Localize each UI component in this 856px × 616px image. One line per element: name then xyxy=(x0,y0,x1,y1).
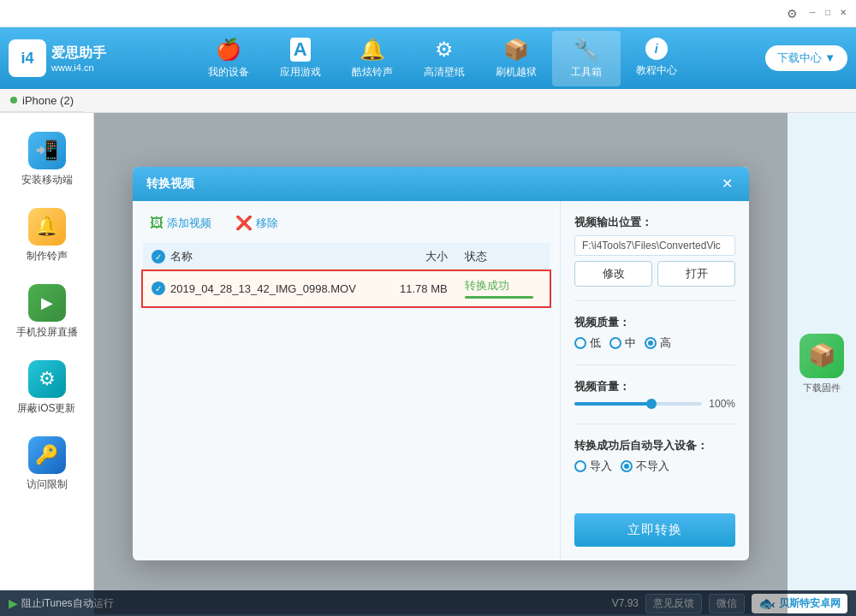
nav-jailbreak[interactable]: 📦 刷机越狱 xyxy=(480,31,552,86)
device-tab-label: iPhone (2) xyxy=(22,94,74,107)
wallpaper-icon: ⚙ xyxy=(435,38,454,62)
download-firmware-icon: 📦 xyxy=(800,334,844,378)
sidebar-item-block-update-label: 屏蔽iOS更新 xyxy=(17,401,75,416)
download-center-button[interactable]: 下载中心 ▼ xyxy=(765,45,847,71)
modal-overlay: 转换视频 ✕ 🖼 添加视频 ❌ xyxy=(94,113,788,614)
file-size: 11.78 MB xyxy=(400,282,448,295)
col-size-header: 大小 xyxy=(385,243,456,271)
row-check-icon[interactable]: ✓ xyxy=(152,281,165,295)
file-name: 2019_04_28_13_42_IMG_0998.MOV xyxy=(170,282,356,295)
video-quality-label: 视频质量： xyxy=(574,315,735,330)
nav-wallpaper[interactable]: ⚙ 高清壁纸 xyxy=(408,31,480,86)
header: i4 爱思助手 www.i4.cn 🍎 我的设备 A 应用游戏 🔔 酷炫铃声 ⚙… xyxy=(0,27,856,89)
sidebar-item-ringtone[interactable]: 🔔 制作铃声 xyxy=(0,198,93,274)
output-path-value: F:\i4Tools7\Files\ConvertedVic xyxy=(574,235,735,256)
content-area: 转换视频 ✕ 🖼 添加视频 ❌ xyxy=(94,113,788,614)
nav-tutorials[interactable]: i 教程中心 xyxy=(621,31,693,86)
table-row[interactable]: ✓ 2019_04_28_13_42_IMG_0998.MOV 11.78 MB xyxy=(143,271,550,306)
divider-1 xyxy=(574,300,735,301)
nav-bar: 🍎 我的设备 A 应用游戏 🔔 酷炫铃声 ⚙ 高清壁纸 📦 刷机越狱 🔧 工具箱… xyxy=(120,31,765,86)
modal-body: 🖼 添加视频 ❌ 移除 xyxy=(133,201,749,560)
add-video-button[interactable]: 🖼 添加视频 xyxy=(143,212,218,234)
nav-ringtones-label: 酷炫铃声 xyxy=(352,65,393,80)
modal-left-panel: 🖼 添加视频 ❌ 移除 xyxy=(133,201,561,560)
jailbreak-icon: 📦 xyxy=(503,38,529,62)
no-import-label: 不导入 xyxy=(636,459,669,474)
sidebar-item-install-app-label: 安装移动端 xyxy=(21,173,73,187)
nav-my-device[interactable]: 🍎 我的设备 xyxy=(193,31,265,86)
modal-toolbar: 🖼 添加视频 ❌ 移除 xyxy=(143,211,550,234)
file-size-cell: 11.78 MB xyxy=(385,271,456,306)
remove-icon: ❌ xyxy=(235,215,253,231)
install-app-icon: 📲 xyxy=(28,132,66,169)
nav-toolbox[interactable]: 🔧 工具箱 xyxy=(552,31,621,86)
maximize-button[interactable]: □ xyxy=(822,7,834,19)
screen-live-icon: ▶ xyxy=(28,284,66,322)
header-right: 下载中心 ▼ xyxy=(765,45,847,71)
convert-button[interactable]: 立即转换 xyxy=(574,513,735,547)
ringtone-icon: 🔔 xyxy=(28,208,66,246)
nav-app-games-label: 应用游戏 xyxy=(280,65,321,80)
volume-fill xyxy=(574,402,651,406)
open-path-button[interactable]: 打开 xyxy=(657,261,735,287)
col-name-label: 名称 xyxy=(170,249,193,264)
no-import-radio[interactable] xyxy=(621,460,633,472)
progress-fill xyxy=(465,296,533,299)
import-option[interactable]: 导入 xyxy=(574,459,612,474)
sidebar-item-screen-live-label: 手机投屏直播 xyxy=(16,325,78,340)
quality-high-radio[interactable] xyxy=(645,337,657,349)
quality-high-option[interactable]: 高 xyxy=(645,335,671,351)
auto-import-group: 转换成功后自动导入设备： 导入 不导入 xyxy=(574,438,735,474)
quality-low-option[interactable]: 低 xyxy=(574,335,601,351)
modal-title: 转换视频 xyxy=(146,176,194,192)
quality-low-radio[interactable] xyxy=(574,337,586,349)
auto-import-label: 转换成功后自动导入设备： xyxy=(574,438,735,453)
watermark-text: 贝斯特安卓网 xyxy=(779,596,841,611)
divider-2 xyxy=(574,364,735,365)
path-buttons: 修改 打开 xyxy=(574,261,735,287)
brand-site: www.i4.cn xyxy=(51,62,106,73)
no-import-option[interactable]: 不导入 xyxy=(621,459,669,474)
modify-path-button[interactable]: 修改 xyxy=(574,261,652,287)
logo-area: i4 爱思助手 www.i4.cn xyxy=(9,39,120,77)
nav-app-games[interactable]: A 应用游戏 xyxy=(265,31,336,86)
sidebar-item-screen-live[interactable]: ▶ 手机投屏直播 xyxy=(0,274,93,350)
col-size-label: 大小 xyxy=(425,250,448,263)
volume-slider[interactable] xyxy=(574,402,702,406)
modal-close-button[interactable]: ✕ xyxy=(718,175,735,192)
divider-3 xyxy=(574,424,735,424)
title-bar: ⚙ ─ □ ✕ xyxy=(0,0,856,27)
settings-icon[interactable]: ⚙ xyxy=(787,7,798,21)
device-tab[interactable]: iPhone (2) xyxy=(0,89,84,112)
sidebar-item-install-app[interactable]: 📲 安装移动端 xyxy=(0,121,93,198)
output-location-label: 视频输出位置： xyxy=(574,215,735,230)
header-check-icon[interactable]: ✓ xyxy=(152,250,165,264)
nav-toolbox-label: 工具箱 xyxy=(571,65,602,80)
progress-bar xyxy=(465,296,533,299)
quality-medium-option[interactable]: 中 xyxy=(609,335,636,351)
col-name-header: ✓ 名称 xyxy=(143,243,385,271)
file-table: ✓ 名称 大小 状态 xyxy=(143,243,550,306)
import-radio[interactable] xyxy=(574,460,586,472)
nav-ringtones[interactable]: 🔔 酷炫铃声 xyxy=(336,31,408,86)
device-status-indicator xyxy=(10,97,17,104)
remove-button[interactable]: ❌ 移除 xyxy=(229,211,285,234)
nav-wallpaper-label: 高清壁纸 xyxy=(424,65,465,80)
sidebar-item-access-limit[interactable]: 🔑 访问限制 xyxy=(0,426,93,502)
quality-medium-label: 中 xyxy=(625,335,636,351)
stop-itunes-icon: ▶ xyxy=(9,596,18,610)
volume-thumb[interactable] xyxy=(646,399,657,409)
col-status-label: 状态 xyxy=(465,250,487,263)
sidebar-item-block-update[interactable]: ⚙ 屏蔽iOS更新 xyxy=(0,350,93,426)
download-firmware-label: 下载固件 xyxy=(803,382,841,394)
col-status-header: 状态 xyxy=(456,243,550,271)
window-controls: ⚙ ─ □ ✕ xyxy=(787,7,849,21)
quality-medium-radio[interactable] xyxy=(609,337,621,349)
video-quality-group: 视频质量： 低 中 xyxy=(574,315,735,351)
minimize-button[interactable]: ─ xyxy=(806,7,818,19)
logo-icon: i4 xyxy=(9,39,46,77)
close-button[interactable]: ✕ xyxy=(837,7,849,19)
download-firmware-item[interactable]: 📦 下载固件 xyxy=(800,334,844,394)
modal-header: 转换视频 ✕ xyxy=(133,167,749,201)
logo-text: 爱思助手 www.i4.cn xyxy=(51,44,106,73)
